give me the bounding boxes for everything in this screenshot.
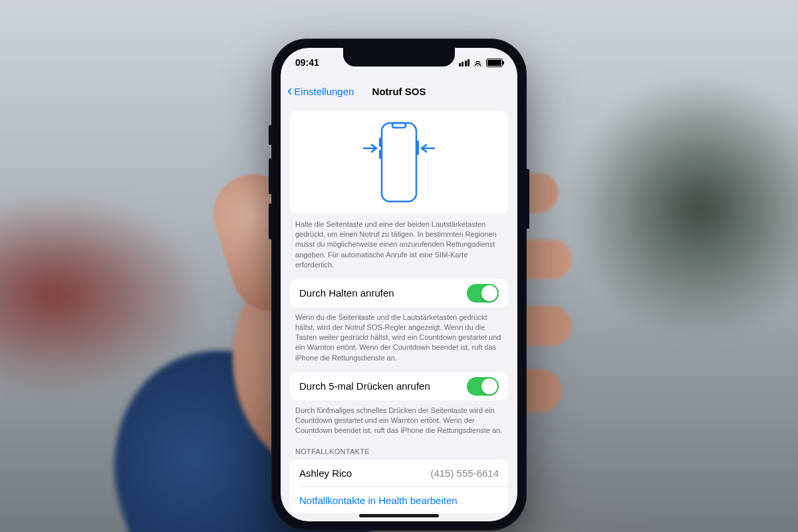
- nav-bar: ‹ Einstellungen Notruf SOS: [281, 77, 517, 105]
- hero-footer-text: Halte die Seitentaste und eine der beide…: [290, 214, 508, 279]
- status-time: 09:41: [295, 57, 319, 68]
- settings-content[interactable]: Halte die Seitentaste und eine der beide…: [281, 105, 517, 521]
- row-label: Durch 5-mal Drücken anrufen: [299, 380, 430, 392]
- row-label: Durch Halten anrufen: [299, 287, 394, 299]
- edit-contacts-link: Notfallkontakte in Health bearbeiten: [299, 495, 458, 506]
- display-notch: [343, 48, 455, 66]
- call-with-5-press-footer: Durch fünfmaliges schnelles Drücken der …: [290, 400, 508, 446]
- svg-rect-4: [416, 140, 419, 155]
- contact-phone: (415) 555-6614: [430, 467, 499, 479]
- phone-body: 09:41 ‹ Einstellungen Notruf SOS: [271, 39, 527, 531]
- call-with-hold-toggle[interactable]: [467, 284, 499, 303]
- svg-rect-2: [379, 138, 382, 147]
- volume-down-button: [269, 203, 272, 239]
- chevron-left-icon: ‹: [287, 84, 292, 98]
- call-with-5-press-toggle[interactable]: [467, 377, 499, 396]
- svg-rect-3: [379, 150, 382, 159]
- home-indicator[interactable]: [359, 514, 439, 517]
- phone-screen: 09:41 ‹ Einstellungen Notruf SOS: [281, 48, 517, 521]
- emergency-contact-row[interactable]: Ashley Rico (415) 555-6614: [290, 460, 508, 486]
- contact-name: Ashley Rico: [299, 467, 352, 479]
- call-with-hold-footer: Wenn du die Seitentaste und die Lautstär…: [290, 307, 508, 372]
- mute-switch: [269, 125, 272, 145]
- phone-squeeze-icon: [359, 119, 439, 205]
- wifi-icon: [473, 59, 483, 66]
- back-label: Einstellungen: [294, 86, 354, 97]
- svg-rect-0: [382, 123, 416, 201]
- emergency-contacts-header: NOTFALLKONTAKTE: [290, 445, 508, 460]
- volume-up-button: [269, 158, 272, 194]
- edit-contacts-row[interactable]: Notfallkontakte in Health bearbeiten: [290, 487, 508, 513]
- svg-rect-1: [392, 123, 406, 128]
- instruction-illustration: [290, 110, 508, 214]
- call-with-5-press-row[interactable]: Durch 5-mal Drücken anrufen: [290, 372, 508, 400]
- cellular-signal-icon: [459, 59, 470, 66]
- side-button: [526, 169, 529, 229]
- call-with-hold-row[interactable]: Durch Halten anrufen: [290, 279, 508, 307]
- emergency-contacts-group: Ashley Rico (415) 555-6614 Notfallkontak…: [290, 460, 508, 513]
- battery-icon: [486, 59, 503, 67]
- back-button[interactable]: ‹ Einstellungen: [281, 84, 354, 98]
